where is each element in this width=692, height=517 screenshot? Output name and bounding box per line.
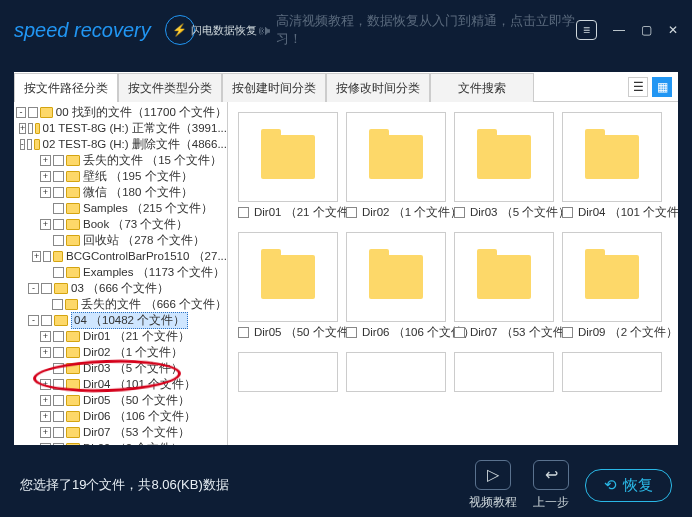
tree-node[interactable]: +Dir09 （2 个文件）: [14, 440, 227, 445]
checkbox[interactable]: [43, 251, 51, 262]
view-list-icon[interactable]: ☰: [628, 77, 648, 97]
tree-node[interactable]: 回收站 （278 个文件）: [14, 232, 227, 248]
checkbox[interactable]: [562, 327, 573, 338]
checkbox[interactable]: [53, 331, 64, 342]
checkbox[interactable]: [28, 123, 32, 134]
expand-icon[interactable]: +: [40, 411, 51, 422]
checkbox[interactable]: [53, 347, 64, 358]
tab-path[interactable]: 按文件路径分类: [14, 73, 118, 102]
maximize-button[interactable]: ▢: [641, 23, 652, 37]
checkbox[interactable]: [53, 171, 64, 182]
tree-node[interactable]: -03 （666 个文件）: [14, 280, 227, 296]
menu-button[interactable]: ≡: [576, 20, 597, 40]
minimize-button[interactable]: —: [613, 23, 625, 37]
checkbox[interactable]: [238, 207, 249, 218]
checkbox[interactable]: [53, 203, 64, 214]
folder-card[interactable]: [238, 352, 338, 392]
expand-icon[interactable]: +: [40, 379, 51, 390]
tree-label: 00 找到的文件（11700 个文件）: [56, 105, 227, 120]
file-grid[interactable]: Dir01 （21 个文件）Dir02 （1 个文件）Dir03 （5 个文件）…: [228, 102, 678, 445]
folder-thumbnail: [562, 112, 662, 202]
folder-card[interactable]: [454, 352, 554, 392]
checkbox[interactable]: [53, 379, 64, 390]
video-tutorial-button[interactable]: ▷ 视频教程: [469, 460, 517, 511]
checkbox[interactable]: [53, 155, 64, 166]
tree-node[interactable]: +BCGControlBarPro1510 （27...: [14, 248, 227, 264]
checkbox[interactable]: [562, 207, 573, 218]
checkbox[interactable]: [41, 315, 52, 326]
checkbox[interactable]: [53, 411, 64, 422]
expand-icon[interactable]: +: [40, 219, 51, 230]
tab-created[interactable]: 按创建时间分类: [222, 73, 326, 102]
tab-modified[interactable]: 按修改时间分类: [326, 73, 430, 102]
tree-node[interactable]: Samples （215 个文件）: [14, 200, 227, 216]
expand-icon[interactable]: -: [20, 139, 25, 150]
tree-node[interactable]: +Dir02 （1 个文件）: [14, 344, 227, 360]
recover-button[interactable]: ⟲ 恢复: [585, 469, 672, 502]
expand-icon[interactable]: +: [40, 347, 51, 358]
tab-search[interactable]: 文件搜索: [430, 73, 534, 102]
folder-card[interactable]: Dir05 （50 个文件）: [238, 232, 338, 340]
tree-node[interactable]: +Dir01 （21 个文件）: [14, 328, 227, 344]
tree-node[interactable]: +壁纸 （195 个文件）: [14, 168, 227, 184]
expand-icon[interactable]: -: [16, 107, 26, 118]
tree-node[interactable]: +Book （73 个文件）: [14, 216, 227, 232]
folder-card[interactable]: Dir02 （1 个文件）: [346, 112, 446, 220]
checkbox[interactable]: [28, 107, 38, 118]
checkbox[interactable]: [346, 207, 357, 218]
folder-card[interactable]: Dir01 （21 个文件）: [238, 112, 338, 220]
tree-node[interactable]: +丢失的文件 （15 个文件）: [14, 152, 227, 168]
checkbox[interactable]: [454, 327, 465, 338]
expand-icon[interactable]: +: [40, 331, 51, 342]
tree-node[interactable]: -04 （10482 个文件）: [14, 312, 227, 328]
view-grid-icon[interactable]: ▦: [652, 77, 672, 97]
folder-card[interactable]: Dir04 （101 个文件）: [562, 112, 662, 220]
checkbox[interactable]: [53, 235, 64, 246]
checkbox[interactable]: [53, 363, 64, 374]
tree-node[interactable]: +Dir04 （101 个文件）: [14, 376, 227, 392]
checkbox[interactable]: [53, 395, 64, 406]
folder-card[interactable]: Dir07 （53 个文件）: [454, 232, 554, 340]
expand-icon[interactable]: +: [40, 187, 51, 198]
expand-icon[interactable]: -: [28, 283, 39, 294]
tab-type[interactable]: 按文件类型分类: [118, 73, 222, 102]
expand-icon[interactable]: +: [40, 395, 51, 406]
tree-node[interactable]: 丢失的文件 （666 个文件）: [14, 296, 227, 312]
checkbox[interactable]: [53, 187, 64, 198]
close-button[interactable]: ✕: [668, 23, 678, 37]
checkbox[interactable]: [52, 299, 63, 310]
prev-step-button[interactable]: ↩ 上一步: [533, 460, 569, 511]
file-tree[interactable]: -00 找到的文件（11700 个文件）+01 TEST-8G (H:) 正常文…: [14, 102, 228, 445]
tree-node[interactable]: Dir03 （5 个文件）: [14, 360, 227, 376]
checkbox[interactable]: [41, 283, 52, 294]
tree-node[interactable]: +微信 （180 个文件）: [14, 184, 227, 200]
checkbox[interactable]: [53, 443, 64, 446]
tree-node[interactable]: +Dir07 （53 个文件）: [14, 424, 227, 440]
checkbox[interactable]: [53, 219, 64, 230]
tree-node[interactable]: Examples （1173 个文件）: [14, 264, 227, 280]
tree-node[interactable]: -00 找到的文件（11700 个文件）: [14, 104, 227, 120]
tutorial-hint[interactable]: 🕪 高清视频教程，数据恢复从入门到精通，点击立即学习！: [257, 12, 576, 48]
expand-icon[interactable]: +: [40, 443, 51, 446]
expand-icon[interactable]: +: [32, 251, 40, 262]
folder-card[interactable]: Dir03 （5 个文件）: [454, 112, 554, 220]
tree-node[interactable]: +Dir05 （50 个文件）: [14, 392, 227, 408]
checkbox[interactable]: [53, 427, 64, 438]
checkbox[interactable]: [27, 139, 32, 150]
checkbox[interactable]: [238, 327, 249, 338]
checkbox[interactable]: [346, 327, 357, 338]
expand-icon[interactable]: +: [40, 171, 51, 182]
folder-card[interactable]: Dir09 （2 个文件）: [562, 232, 662, 340]
expand-icon[interactable]: +: [19, 123, 26, 134]
folder-card[interactable]: Dir06 （106 个文件）: [346, 232, 446, 340]
expand-icon[interactable]: +: [40, 155, 51, 166]
checkbox[interactable]: [53, 267, 64, 278]
tree-node[interactable]: -02 TEST-8G (H:) 删除文件（4866...: [14, 136, 227, 152]
tree-node[interactable]: +01 TEST-8G (H:) 正常文件（3991...: [14, 120, 227, 136]
folder-card[interactable]: [346, 352, 446, 392]
checkbox[interactable]: [454, 207, 465, 218]
expand-icon[interactable]: +: [40, 427, 51, 438]
expand-icon[interactable]: -: [28, 315, 39, 326]
folder-card[interactable]: [562, 352, 662, 392]
tree-node[interactable]: +Dir06 （106 个文件）: [14, 408, 227, 424]
